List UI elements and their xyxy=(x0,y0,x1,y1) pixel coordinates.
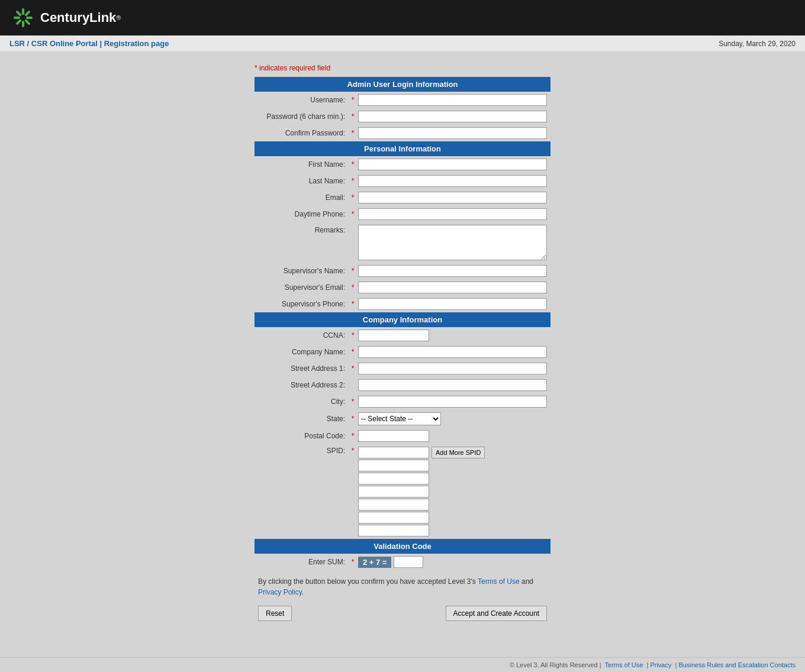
sum-input[interactable] xyxy=(394,556,423,568)
validation-section-header: Validation Code xyxy=(255,539,550,554)
spid-input-1[interactable] xyxy=(358,447,429,458)
spid-input-3[interactable] xyxy=(358,473,429,484)
terms-before: By clicking the button below you confirm… xyxy=(258,577,478,586)
terms-of-use-link[interactable]: Terms of Use xyxy=(478,577,520,586)
spid-row: SPID: * Add More SPID xyxy=(255,444,550,539)
logo-text: CenturyLink xyxy=(40,10,116,25)
last-name-row: Last Name: * xyxy=(255,173,550,189)
supervisor-email-label: Supervisor's Email: xyxy=(258,283,350,292)
street1-input[interactable] xyxy=(358,363,547,374)
email-row: Email: * xyxy=(255,189,550,206)
confirm-password-row: Confirm Password: * xyxy=(255,125,550,141)
spid-required: * xyxy=(350,447,356,455)
supervisor-name-input[interactable] xyxy=(358,265,547,277)
supervisor-phone-label: Supervisor's Phone: xyxy=(258,300,350,308)
last-name-label: Last Name: xyxy=(258,177,350,185)
email-label: Email: xyxy=(258,193,350,202)
password-label: Password (6 chars min.): xyxy=(258,112,350,121)
state-select[interactable]: -- Select State -- xyxy=(358,412,441,425)
accept-create-account-button[interactable]: Accept and Create Account xyxy=(446,606,547,621)
confirm-password-input[interactable] xyxy=(358,127,547,139)
email-required: * xyxy=(350,193,356,202)
registration-form: * indicates required field Admin User Lo… xyxy=(255,64,550,626)
nav-title: LSR / CSR Online Portal | Registration p… xyxy=(9,39,169,48)
street1-required: * xyxy=(350,364,356,373)
remarks-row: Remarks: xyxy=(255,222,550,263)
supervisor-name-label: Supervisor's Name: xyxy=(258,267,350,275)
required-note: * indicates required field xyxy=(255,64,550,72)
personal-info-section-header: Personal Information xyxy=(255,141,550,156)
nav-date: Sunday, March 29, 2020 xyxy=(719,40,796,48)
company-name-input[interactable] xyxy=(358,346,547,358)
password-input[interactable] xyxy=(358,111,547,122)
daytime-phone-row: Daytime Phone: * xyxy=(255,206,550,222)
logo-trademark: ® xyxy=(116,14,121,21)
postal-code-row: Postal Code: * xyxy=(255,428,550,444)
add-more-spid-button[interactable]: Add More SPID xyxy=(432,447,485,458)
privacy-policy-link[interactable]: Privacy Policy xyxy=(258,588,302,596)
spid-label: SPID: xyxy=(258,447,350,455)
supervisor-email-row: Supervisor's Email: * xyxy=(255,279,550,296)
last-name-input[interactable] xyxy=(358,175,547,187)
admin-login-section-header: Admin User Login Information xyxy=(255,77,550,92)
supervisor-phone-required: * xyxy=(350,300,356,308)
spid-input-5[interactable] xyxy=(358,499,429,511)
supervisor-phone-row: Supervisor's Phone: * xyxy=(255,296,550,312)
spid-container: Add More SPID xyxy=(358,447,485,537)
spid-input-2[interactable] xyxy=(358,460,429,471)
remarks-spacer xyxy=(350,225,356,233)
username-label: Username: xyxy=(258,96,350,104)
daytime-phone-required: * xyxy=(350,210,356,218)
centurylink-logo-icon xyxy=(12,7,34,29)
city-row: City: * xyxy=(255,393,550,410)
daytime-phone-input[interactable] xyxy=(358,208,547,220)
sum-row: Enter SUM: * 2 + 7 = xyxy=(255,554,550,570)
sum-required: * xyxy=(350,558,356,566)
company-name-required: * xyxy=(350,348,356,356)
city-input[interactable] xyxy=(358,396,547,408)
postal-code-label: Postal Code: xyxy=(258,432,350,440)
ccna-input[interactable] xyxy=(358,329,429,341)
first-name-row: First Name: * xyxy=(255,156,550,173)
remarks-input[interactable] xyxy=(358,225,547,260)
daytime-phone-label: Daytime Phone: xyxy=(258,210,350,218)
spid-input-7[interactable] xyxy=(358,525,429,537)
state-required: * xyxy=(350,415,356,423)
company-name-label: Company Name: xyxy=(258,348,350,356)
password-required: * xyxy=(350,112,356,121)
ccna-required: * xyxy=(350,331,356,340)
remarks-label: Remarks: xyxy=(258,226,350,234)
street2-row: Street Address 2: xyxy=(255,377,550,393)
street1-label: Street Address 1: xyxy=(258,364,350,373)
supervisor-email-input[interactable] xyxy=(358,282,547,293)
confirm-password-label: Confirm Password: xyxy=(258,129,350,137)
last-name-required: * xyxy=(350,177,356,185)
username-row: Username: * xyxy=(255,92,550,108)
spid-input-4[interactable] xyxy=(358,486,429,497)
city-label: City: xyxy=(258,398,350,406)
email-input[interactable] xyxy=(358,192,547,203)
supervisor-name-required: * xyxy=(350,267,356,275)
street2-spacer xyxy=(350,381,356,389)
navbar: LSR / CSR Online Portal | Registration p… xyxy=(0,35,805,52)
password-row: Password (6 chars min.): * xyxy=(255,108,550,125)
state-label: State: xyxy=(258,415,350,423)
company-name-row: Company Name: * xyxy=(255,344,550,360)
street1-row: Street Address 1: * xyxy=(255,360,550,377)
validation-code-display: 2 + 7 = xyxy=(358,557,391,568)
terms-text: By clicking the button below you confirm… xyxy=(255,570,550,601)
street2-input[interactable] xyxy=(358,379,547,391)
sum-label: Enter SUM: xyxy=(258,558,350,566)
first-name-required: * xyxy=(350,160,356,169)
username-required: * xyxy=(350,96,356,104)
reset-button[interactable]: Reset xyxy=(258,606,292,621)
first-name-label: First Name: xyxy=(258,160,350,169)
username-input[interactable] xyxy=(358,94,547,106)
postal-code-input[interactable] xyxy=(358,430,429,442)
terms-and: and xyxy=(520,577,533,586)
spid-input-6[interactable] xyxy=(358,512,429,524)
first-name-input[interactable] xyxy=(358,159,547,170)
ccna-row: CCNA: * xyxy=(255,327,550,344)
supervisor-phone-input[interactable] xyxy=(358,298,547,310)
terms-after: . xyxy=(302,588,304,596)
